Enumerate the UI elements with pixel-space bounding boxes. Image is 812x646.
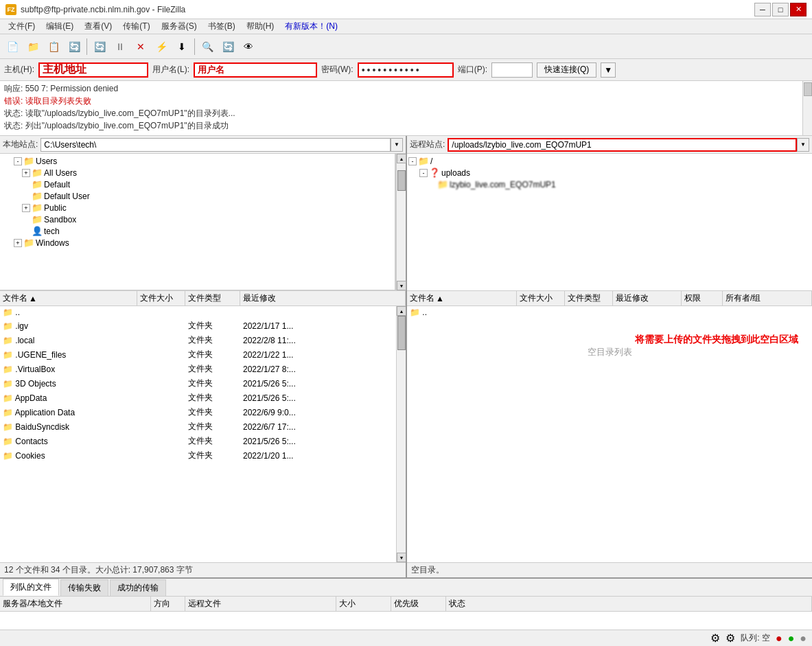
local-file-row[interactable]: 📁 AppData 文件夹 2021/5/26 5:... — [0, 391, 396, 405]
toolbar-search[interactable]: 🔍 — [198, 37, 217, 56]
gear-icon-1[interactable]: ⚙ — [710, 632, 720, 645]
menu-transfer[interactable]: 传输(T) — [117, 19, 155, 34]
remote-col-filename[interactable]: 文件名 ▲ — [407, 291, 517, 305]
remote-tree-root[interactable]: - 📁 / — [408, 155, 811, 167]
menu-server[interactable]: 服务器(S) — [156, 19, 202, 34]
menu-help[interactable]: 帮助(H) — [241, 19, 280, 34]
connect-button[interactable]: 快速连接(Q) — [537, 62, 596, 78]
local-file-row[interactable]: 📁 .VirtualBox 文件夹 2022/1/27 8:... — [0, 362, 396, 376]
col-filetype[interactable]: 文件类型 — [185, 291, 240, 305]
file-cell-name: 📁 Application Data — [0, 407, 137, 418]
tree-expand-windows[interactable]: + — [14, 239, 22, 247]
col-filename[interactable]: 文件名 ▲ — [0, 291, 137, 305]
remote-path-dropdown[interactable]: ▼ — [797, 138, 809, 152]
menu-edit[interactable]: 编辑(E) — [40, 19, 79, 34]
remote-file-row-dotdot[interactable]: 📁 .. — [407, 306, 812, 319]
tree-expand-allusers[interactable]: + — [22, 169, 30, 177]
queue-tab-0[interactable]: 列队的文件 — [3, 579, 59, 596]
tree-expand-users[interactable]: - — [14, 157, 22, 165]
tree-item-public[interactable]: + 📁 Public — [1, 202, 393, 214]
log-line-4: 状态: 列出"/uploads/lzybio_live.com_EQO7mUP1… — [4, 119, 808, 132]
log-scrollbar[interactable] — [802, 81, 812, 135]
menu-update[interactable]: 有新版本！(N) — [279, 19, 343, 34]
local-file-row[interactable]: 📁 Application Data 文件夹 2022/6/9 9:0... — [0, 405, 396, 419]
col-modified[interactable]: 最近修改 — [240, 291, 406, 305]
pass-label: 密码(W): — [321, 64, 353, 76]
remote-tree-subdir[interactable]: 📁 lzybio_live.com_EQO7mUP1 — [408, 178, 811, 190]
minimize-button[interactable]: ─ — [754, 3, 771, 16]
toolbar-refresh[interactable]: 🔄 — [90, 37, 109, 56]
tree-label-tech: tech — [44, 227, 60, 236]
toolbar-btn-9[interactable]: 👁 — [239, 37, 258, 56]
remote-path-input[interactable] — [448, 138, 797, 152]
toolbar-btn-4[interactable]: 🔄 — [65, 37, 84, 56]
remote-col-modified[interactable]: 最近修改 — [613, 291, 682, 305]
menu-file[interactable]: 文件(F) — [3, 19, 40, 34]
toolbar-btn-2[interactable]: 📁 — [23, 37, 43, 56]
remote-col-filesize[interactable]: 文件大小 — [517, 291, 565, 305]
menu-bookmarks[interactable]: 书签(B) — [202, 19, 241, 34]
local-file-scrollbar[interactable]: ▲ ▼ — [396, 306, 406, 562]
file-scroll-up[interactable]: ▲ — [397, 306, 406, 316]
gear-icon-2[interactable]: ⚙ — [726, 632, 735, 645]
tree-label-allusers: All Users — [44, 168, 77, 178]
tree-expand-public[interactable]: + — [22, 204, 30, 212]
queue-tab-1[interactable]: 传输失败 — [60, 579, 108, 596]
remote-expand-uploads[interactable]: - — [419, 169, 428, 177]
host-input[interactable] — [38, 62, 148, 78]
tree-item-tech[interactable]: 👤 tech — [1, 225, 393, 237]
queue-col-priority[interactable]: 优先级 — [391, 597, 446, 611]
tree-item-sandbox[interactable]: 📁 Sandbox — [1, 214, 393, 225]
remote-tree-uploads[interactable]: - ❓ uploads — [408, 167, 811, 178]
queue-col-server[interactable]: 服务器/本地文件 — [0, 597, 151, 611]
remote-col-owner[interactable]: 所有者/组 — [723, 291, 812, 305]
local-path-dropdown[interactable]: ▼ — [391, 138, 403, 152]
local-file-row[interactable]: 📁 .local 文件夹 2022/2/8 11:... — [0, 333, 396, 347]
toolbar-btn-6[interactable]: ⚡ — [152, 37, 171, 56]
local-file-row[interactable]: 📁 .. — [0, 306, 396, 319]
toolbar-btn-8[interactable]: 🔄 — [218, 37, 237, 56]
queue-col-size[interactable]: 大小 — [336, 597, 391, 611]
maximize-button[interactable]: □ — [772, 3, 789, 16]
tree-item-default[interactable]: 📁 Default — [1, 178, 393, 190]
queue-col-status[interactable]: 状态 — [446, 597, 812, 611]
tree-item-allusers[interactable]: + 📁 All Users — [1, 167, 393, 178]
remote-folder-subdir: 📁 — [437, 179, 448, 189]
username-input[interactable] — [194, 62, 317, 78]
local-file-row[interactable]: 📁 Contacts 文件夹 2021/5/26 5:... — [0, 434, 396, 448]
local-file-row[interactable]: 📁 BaiduSyncdisk 文件夹 2022/6/7 17:... — [0, 419, 396, 434]
scroll-down-btn[interactable]: ▼ — [397, 281, 406, 290]
remote-col-filetype[interactable]: 文件类型 — [565, 291, 613, 305]
scroll-up-btn[interactable]: ▲ — [397, 154, 406, 163]
remote-col-perm[interactable]: 权限 — [682, 291, 723, 305]
queue-tab-2[interactable]: 成功的传输 — [110, 579, 166, 596]
toolbar-btn-5[interactable]: ⏸ — [111, 37, 130, 56]
tree-item-users[interactable]: - 📁 Users — [1, 155, 393, 167]
queue-col-dir[interactable]: 方向 — [151, 597, 185, 611]
tree-item-defaultuser[interactable]: 📁 Default User — [1, 190, 393, 202]
remote-file-list-wrapper: 📁 .. 空目录列表 将需要上传的文件夹拖拽到此空白区域 — [407, 306, 812, 562]
tree-item-windows[interactable]: + 📁 Windows — [1, 237, 393, 249]
close-button[interactable]: ✕ — [790, 3, 807, 16]
remote-expand-root[interactable]: - — [408, 157, 417, 165]
toolbar-btn-3[interactable]: 📋 — [44, 37, 63, 56]
drag-hint: 将需要上传的文件夹拖拽到此空白区域 — [635, 334, 798, 346]
local-path-input[interactable] — [40, 138, 391, 152]
local-file-row[interactable]: 📁 .UGENE_files 文件夹 2022/1/22 1... — [0, 347, 396, 362]
toolbar-btn-1[interactable]: 📄 — [3, 37, 22, 56]
queue-col-remote[interactable]: 远程文件 — [185, 597, 336, 611]
file-scroll-down[interactable]: ▼ — [397, 553, 406, 562]
local-file-list: 文件名 ▲ 文件大小 文件类型 最近修改 📁 .. — [0, 291, 406, 562]
toolbar-cancel[interactable]: ✕ — [131, 37, 150, 56]
local-file-row[interactable]: 📁 Cookies 文件夹 2022/1/20 1... — [0, 448, 396, 463]
local-tree-scrollbar[interactable]: ▲ ▼ — [396, 154, 406, 290]
port-label: 端口(P): — [458, 64, 487, 76]
toolbar-btn-7[interactable]: ⬇ — [172, 37, 192, 56]
local-file-row[interactable]: 📁 3D Objects 文件夹 2021/5/26 5:... — [0, 376, 396, 391]
local-file-row[interactable]: 📁 .igv 文件夹 2022/1/17 1... — [0, 319, 396, 333]
password-input[interactable] — [358, 62, 454, 78]
port-input[interactable] — [491, 62, 533, 78]
menu-view[interactable]: 查看(V) — [79, 19, 117, 34]
col-filesize[interactable]: 文件大小 — [137, 291, 185, 305]
connect-dropdown[interactable]: ▼ — [601, 62, 616, 78]
